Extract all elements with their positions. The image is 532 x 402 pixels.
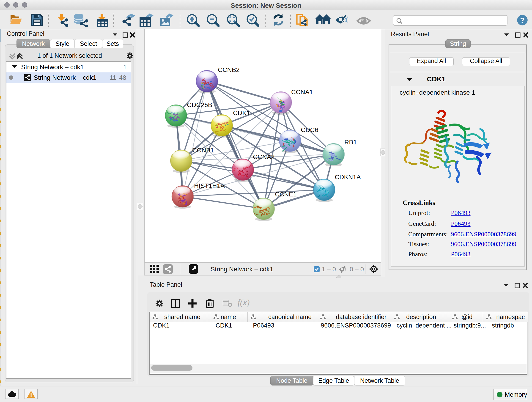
- svg-text:CCNA2: CCNA2: [253, 153, 275, 160]
- svg-text:CDKN1A: CDKN1A: [335, 173, 361, 181]
- svg-text:HIST1H1A: HIST1H1A: [194, 182, 225, 189]
- svg-text:?: ?: [520, 16, 525, 25]
- svg-text:CDC25B: CDC25B: [187, 101, 212, 108]
- svg-text:RB1: RB1: [344, 139, 357, 146]
- svg-text:CCNA1: CCNA1: [291, 89, 313, 96]
- svg-text:CCNB1: CCNB1: [192, 147, 214, 154]
- svg-text:CDC6: CDC6: [301, 126, 318, 133]
- svg-text:CCNB2: CCNB2: [218, 66, 240, 73]
- svg-text:CCNE1: CCNE1: [275, 191, 297, 198]
- svg-text:CDK1: CDK1: [233, 109, 250, 116]
